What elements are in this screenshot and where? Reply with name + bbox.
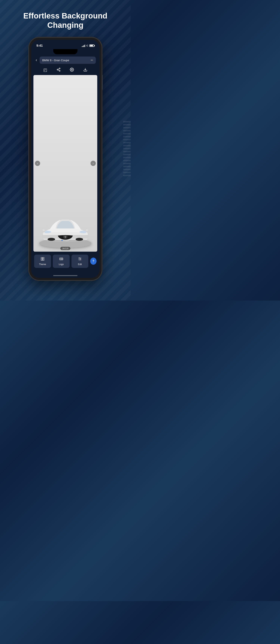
svg-point-0	[59, 68, 60, 69]
phone-frame: 9:41 ∈ ‹	[29, 38, 102, 280]
watermark: CropyAI	[62, 240, 69, 241]
car-title: BMW 8 - Gran Coupe	[42, 58, 69, 62]
edit-icon-btn	[78, 257, 82, 262]
theme-label: Theme	[39, 263, 46, 266]
status-time: 9:41	[36, 44, 43, 48]
bottom-action-buttons: Theme Logo	[34, 254, 96, 268]
next-image-button[interactable]: ›	[90, 161, 96, 166]
app-header: ‹ BMW 8 - Gran Coupe ✏	[31, 54, 100, 66]
status-icons: ∈	[82, 44, 94, 47]
prev-image-button[interactable]: ‹	[35, 161, 40, 166]
download-icon[interactable]	[83, 68, 87, 73]
theme-icon	[40, 257, 44, 262]
background-decoration	[123, 120, 131, 176]
logo-button[interactable]: Logo	[53, 254, 70, 268]
logo-label: Logo	[59, 263, 64, 266]
svg-point-22	[60, 258, 61, 259]
home-indicator	[31, 274, 100, 278]
help-button[interactable]: ?	[90, 258, 96, 265]
back-button[interactable]: ‹	[35, 57, 38, 63]
svg-point-13	[48, 238, 55, 241]
signal-icon	[82, 44, 85, 47]
car-image-area: CropyAI ‹ › 16/120	[34, 75, 97, 252]
settings-icon[interactable]	[70, 68, 74, 73]
car-image-container: CropyAI ‹ › 16/120	[34, 75, 97, 252]
svg-point-10	[64, 235, 67, 239]
edit-icon[interactable]: ✏	[91, 58, 93, 62]
action-toolbar: ◰	[31, 66, 100, 75]
share-icon[interactable]	[56, 68, 61, 73]
svg-rect-20	[43, 259, 44, 260]
svg-rect-17	[41, 258, 42, 259]
svg-rect-15	[42, 230, 45, 231]
theme-button[interactable]: Theme	[34, 254, 51, 268]
image-counter: 16/120	[60, 247, 70, 250]
wifi-icon: ∈	[86, 44, 88, 47]
svg-line-3	[58, 70, 59, 70]
phone-mockup: 9:41 ∈ ‹	[29, 38, 102, 280]
svg-line-4	[58, 69, 59, 70]
edit-label: Edit	[78, 263, 82, 266]
svg-rect-16	[86, 230, 88, 231]
notch	[53, 49, 78, 54]
svg-point-1	[57, 69, 58, 70]
svg-point-2	[59, 70, 60, 71]
svg-rect-19	[41, 259, 42, 260]
title-bar: BMW 8 - Gran Coupe ✏	[40, 56, 96, 64]
view-icon[interactable]: ◰	[43, 68, 47, 73]
svg-rect-18	[43, 258, 44, 259]
status-bar: 9:41 ∈	[31, 40, 100, 49]
battery-icon	[90, 44, 94, 47]
logo-icon	[59, 257, 63, 262]
svg-point-5	[72, 69, 72, 70]
hero-title: Effortless Background Changing	[0, 11, 131, 30]
phone-screen: 9:41 ∈ ‹	[31, 40, 100, 278]
svg-point-14	[76, 238, 83, 241]
bottom-panel: Theme Logo	[31, 252, 100, 274]
edit-button[interactable]: Edit	[72, 254, 88, 268]
